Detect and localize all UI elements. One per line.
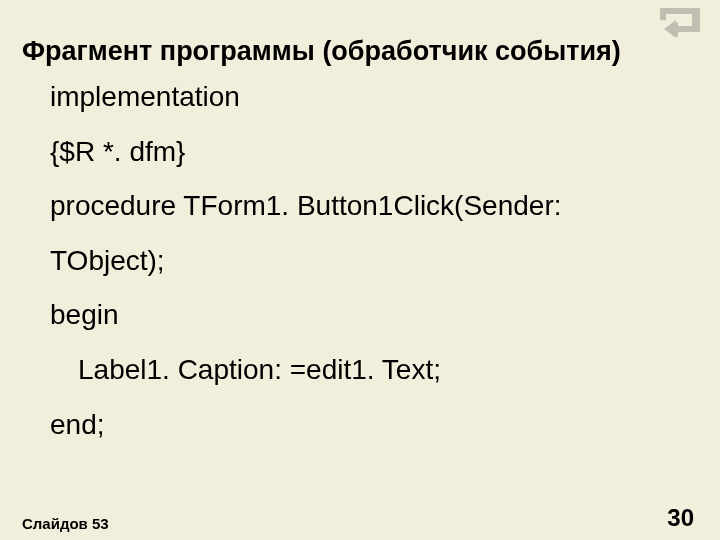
code-line: implementation [50, 70, 680, 125]
code-line: begin [50, 288, 680, 343]
code-line: procedure TForm1. Button1Click(Sender: [50, 179, 680, 234]
code-line: TObject); [50, 234, 680, 289]
return-icon [658, 8, 702, 38]
code-line: end; [50, 398, 680, 453]
slide-title: Фрагмент программы (обработчик события) [22, 36, 698, 67]
page-number: 30 [667, 504, 694, 532]
slides-count-label: Слайдов 53 [22, 515, 109, 532]
code-line: {$R *. dfm} [50, 125, 680, 180]
code-block: implementation {$R *. dfm} procedure TFo… [50, 70, 680, 452]
code-line: Label1. Caption: =edit1. Text; [50, 343, 680, 398]
